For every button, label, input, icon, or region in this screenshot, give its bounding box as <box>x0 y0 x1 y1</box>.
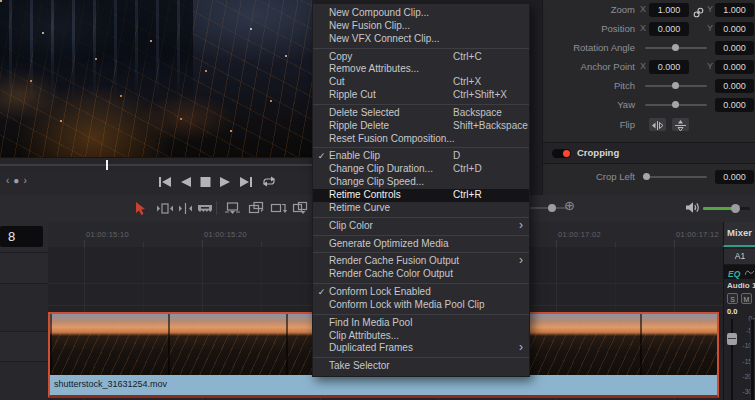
rotation-value-field[interactable]: 0.000 <box>715 41 754 55</box>
scrubber-track[interactable] <box>0 164 312 166</box>
play-icon[interactable] <box>219 176 231 188</box>
rotation-slider-handle[interactable] <box>672 44 679 51</box>
audio-track-header[interactable] <box>0 362 48 400</box>
menu-item-change-clip-duration[interactable]: Change Clip Duration...Ctrl+D <box>313 163 529 176</box>
fader-rail[interactable] <box>731 319 733 400</box>
clip-context-menu: New Compound Clip... New Fusion Clip... … <box>312 3 530 377</box>
anchor-y-field[interactable]: 0.000 <box>715 60 754 74</box>
menu-item-clip-attributes[interactable]: Clip Attributes... <box>313 330 529 343</box>
menu-item-copy[interactable]: CopyCtrl+C <box>313 51 529 64</box>
menu-item-render-cache-fusion-output[interactable]: Render Cache Fusion Output› <box>313 255 529 268</box>
volume-slider-handle[interactable] <box>731 204 740 213</box>
zoom-x-field[interactable]: 1.000 <box>649 3 689 17</box>
flip-vertical-button[interactable] <box>672 118 689 131</box>
menu-item-label: Change Clip Duration... <box>329 163 433 174</box>
menu-item-reset-fusion-composition[interactable]: Reset Fusion Composition... <box>313 133 529 146</box>
davinci-resolve-edit-page: ‹●› ⊕ 8 <box>0 0 755 400</box>
pitch-label: Pitch <box>543 78 635 93</box>
anchor-x-field[interactable]: 0.000 <box>649 60 689 74</box>
speaker-icon[interactable] <box>685 200 700 217</box>
submenu-arrow-icon: › <box>519 341 523 354</box>
tab-mixer[interactable]: Mixer <box>723 222 755 247</box>
last-frame-icon[interactable] <box>239 176 253 188</box>
menu-item-conform-lock-with-media-pool-clip[interactable]: Conform Lock with Media Pool Clip <box>313 299 529 312</box>
rotation-angle-label: Rotation Angle <box>543 40 635 55</box>
menu-item-delete-selected[interactable]: Delete SelectedBackspace <box>313 107 529 120</box>
submenu-arrow-icon: › <box>519 254 523 267</box>
fit-to-fill-icon[interactable] <box>292 201 308 219</box>
solo-button[interactable]: S <box>727 293 738 304</box>
menu-item-generate-optimized-media[interactable]: Generate Optimized Media <box>313 238 529 251</box>
add-track-icon[interactable]: ⊕ <box>564 198 575 213</box>
pitch-value-field[interactable]: 0.000 <box>715 79 754 93</box>
pitch-slider-handle[interactable] <box>672 82 679 89</box>
viewer-scrubber[interactable] <box>0 157 312 172</box>
menu-item-find-in-media-pool[interactable]: Find In Media Pool <box>313 317 529 330</box>
menu-item-cut[interactable]: CutCtrl+X <box>313 76 529 89</box>
header-divider <box>0 252 48 253</box>
jog-stop-icon[interactable]: ● <box>13 175 23 186</box>
menu-item-ripple-cut[interactable]: Ripple CutCtrl+Shift+X <box>313 89 529 102</box>
ruler-timecode: 01:00:15:10 <box>86 230 129 239</box>
replace-clip-icon[interactable] <box>270 201 287 219</box>
position-x-field[interactable]: 0.000 <box>649 22 689 36</box>
clip-audio-lane[interactable]: shutterstock_31631254.mov <box>50 375 717 395</box>
scrubber-playhead[interactable] <box>106 160 108 170</box>
menu-item-conform-lock-enabled[interactable]: ✓Conform Lock Enabled <box>313 286 529 299</box>
menu-item-take-selector[interactable]: Take Selector <box>313 360 529 373</box>
menu-item-enable-clip[interactable]: ✓Enable ClipD <box>313 150 529 163</box>
menu-item-change-clip-speed[interactable]: Change Clip Speed... <box>313 176 529 189</box>
menu-item-remove-attributes[interactable]: Remove Attributes... <box>313 63 529 76</box>
menu-item-label: Generate Optimized Media <box>329 238 449 249</box>
selection-mode-icon[interactable] <box>134 201 147 220</box>
inspector-row-pitch: Pitch 0.000 <box>543 78 755 93</box>
cropping-section-header: Cropping <box>543 142 755 164</box>
crop-left-slider[interactable] <box>645 176 707 178</box>
inspector-row-crop-left: Crop Left 0.000 <box>543 169 755 184</box>
position-label: Position <box>543 21 635 36</box>
yaw-slider-handle[interactable] <box>672 101 679 108</box>
ruler-tick <box>674 240 675 247</box>
menu-separator <box>313 314 529 315</box>
razor-edit-mode-icon[interactable] <box>196 201 214 219</box>
crop-left-value-field[interactable]: 0.000 <box>715 170 754 184</box>
timeline-zoom-handle[interactable] <box>548 204 556 212</box>
menu-item-label: New Fusion Clip... <box>329 20 410 31</box>
menu-shortcut: Ctrl+Shift+X <box>453 89 507 102</box>
zoom-y-field[interactable]: 1.000 <box>715 3 754 17</box>
play-reverse-icon[interactable] <box>180 176 192 188</box>
jog-forward-icon[interactable]: › <box>23 175 30 186</box>
video-track-header[interactable] <box>0 284 48 331</box>
dynamic-trim-mode-icon[interactable] <box>177 201 194 219</box>
axis-x-label: X <box>640 59 646 74</box>
flip-horizontal-button[interactable] <box>649 118 666 131</box>
menu-item-new-vfx-connect-clip[interactable]: New VFX Connect Clip... <box>313 33 529 46</box>
menu-separator <box>313 217 529 218</box>
loop-playback-icon[interactable] <box>261 175 277 188</box>
link-xy-icon[interactable] <box>693 4 704 22</box>
menu-item-clip-color[interactable]: Clip Color› <box>313 220 529 233</box>
first-frame-icon[interactable] <box>158 176 172 188</box>
menu-item-retime-controls[interactable]: Retime ControlsCtrl+R <box>313 189 529 202</box>
mute-button[interactable]: M <box>741 293 752 304</box>
mixer-eq-row[interactable]: EQ <box>724 265 755 279</box>
menu-item-retime-curve[interactable]: Retime Curve <box>313 202 529 215</box>
menu-item-new-fusion-clip[interactable]: New Fusion Clip... <box>313 20 529 33</box>
timeline-zoom-slider[interactable] <box>524 207 568 209</box>
menu-item-duplicated-frames[interactable]: Duplicated Frames› <box>313 342 529 355</box>
menu-shortcut: Shift+Backspace <box>453 120 528 133</box>
menu-shortcut: Backspace <box>453 107 502 120</box>
inspector-panel: Zoom X 1.000 Y 1.000 Position X 0.000 Y … <box>542 0 755 195</box>
position-y-field[interactable]: 0.000 <box>715 22 754 36</box>
menu-item-ripple-delete[interactable]: Ripple DeleteShift+Backspace <box>313 120 529 133</box>
overwrite-clip-icon[interactable] <box>248 201 264 219</box>
stop-icon[interactable] <box>200 176 211 188</box>
eq-curve-icon <box>745 269 754 277</box>
crop-left-slider-handle[interactable] <box>643 173 650 180</box>
menu-item-render-cache-color-output[interactable]: Render Cache Color Output <box>313 268 529 281</box>
yaw-value-field[interactable]: 0.000 <box>715 98 754 112</box>
menu-item-new-compound-clip[interactable]: New Compound Clip... <box>313 7 529 20</box>
insert-clip-icon[interactable] <box>224 201 241 219</box>
cropping-enable-toggle[interactable] <box>552 149 571 158</box>
trim-edit-mode-icon[interactable] <box>156 201 174 219</box>
